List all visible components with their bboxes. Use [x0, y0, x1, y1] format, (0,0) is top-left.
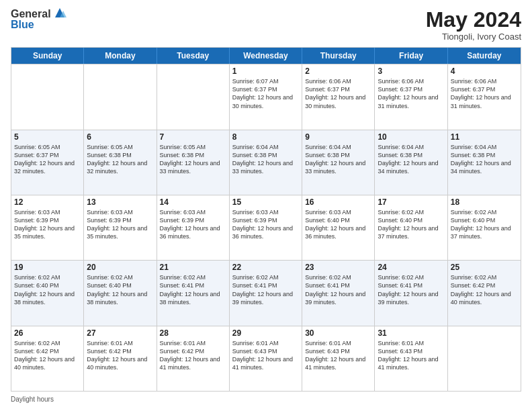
calendar-cell: 23Sunrise: 6:02 AM Sunset: 6:41 PM Dayli… — [302, 261, 375, 325]
day-number: 6 — [87, 132, 153, 142]
footer: Daylight hours — [11, 396, 521, 403]
cell-info: Sunrise: 6:01 AM Sunset: 6:43 PM Dayligh… — [232, 339, 299, 372]
cell-info: Sunrise: 6:01 AM Sunset: 6:43 PM Dayligh… — [378, 339, 444, 372]
calendar-cell — [84, 64, 157, 129]
logo-blue-text: Blue — [11, 19, 34, 31]
calendar-cell — [157, 64, 230, 129]
calendar-cell: 11Sunrise: 6:04 AM Sunset: 6:38 PM Dayli… — [448, 130, 521, 195]
day-number: 15 — [232, 197, 299, 207]
day-number: 11 — [451, 132, 518, 142]
cell-info: Sunrise: 6:06 AM Sunset: 6:37 PM Dayligh… — [378, 77, 444, 110]
cell-info: Sunrise: 6:03 AM Sunset: 6:39 PM Dayligh… — [14, 208, 81, 241]
day-number: 1 — [232, 66, 299, 76]
cell-info: Sunrise: 6:04 AM Sunset: 6:38 PM Dayligh… — [451, 143, 518, 176]
calendar-row-3: 12Sunrise: 6:03 AM Sunset: 6:39 PM Dayli… — [11, 195, 521, 260]
calendar: SundayMondayTuesdayWednesdayThursdayFrid… — [11, 47, 521, 392]
cell-info: Sunrise: 6:05 AM Sunset: 6:37 PM Dayligh… — [14, 143, 81, 176]
title-area: May 2024 Tiongoli, Ivory Coast — [426, 8, 521, 42]
day-number: 9 — [305, 132, 371, 142]
logo-general: General — [11, 8, 51, 19]
day-number: 13 — [87, 197, 153, 207]
calendar-header: SundayMondayTuesdayWednesdayThursdayFrid… — [11, 48, 521, 64]
weekday-header-thursday: Thursday — [302, 48, 375, 64]
weekday-header-friday: Friday — [375, 48, 447, 64]
cell-info: Sunrise: 6:03 AM Sunset: 6:39 PM Dayligh… — [232, 208, 299, 241]
day-number: 27 — [87, 328, 153, 338]
cell-info: Sunrise: 6:02 AM Sunset: 6:40 PM Dayligh… — [14, 273, 81, 306]
cell-info: Sunrise: 6:03 AM Sunset: 6:39 PM Dayligh… — [87, 208, 153, 241]
day-number: 26 — [14, 328, 81, 338]
cell-info: Sunrise: 6:02 AM Sunset: 6:40 PM Dayligh… — [87, 273, 153, 306]
calendar-cell: 15Sunrise: 6:03 AM Sunset: 6:39 PM Dayli… — [230, 195, 302, 260]
calendar-cell: 19Sunrise: 6:02 AM Sunset: 6:40 PM Dayli… — [11, 261, 84, 325]
day-number: 18 — [451, 197, 518, 207]
logo: General Blue — [11, 8, 67, 31]
day-number: 3 — [378, 66, 444, 76]
weekday-header-monday: Monday — [84, 48, 157, 64]
cell-info: Sunrise: 6:01 AM Sunset: 6:42 PM Dayligh… — [160, 339, 226, 372]
day-number: 29 — [232, 328, 299, 338]
calendar-cell: 2Sunrise: 6:06 AM Sunset: 6:37 PM Daylig… — [302, 64, 375, 129]
day-number: 31 — [378, 328, 444, 338]
month-year: May 2024 — [426, 8, 521, 32]
calendar-cell: 9Sunrise: 6:04 AM Sunset: 6:38 PM Daylig… — [302, 130, 375, 195]
day-number: 12 — [14, 197, 81, 207]
calendar-cell — [448, 326, 521, 391]
calendar-cell: 10Sunrise: 6:04 AM Sunset: 6:38 PM Dayli… — [375, 130, 447, 195]
calendar-cell: 29Sunrise: 6:01 AM Sunset: 6:43 PM Dayli… — [230, 326, 302, 391]
cell-info: Sunrise: 6:02 AM Sunset: 6:41 PM Dayligh… — [305, 273, 371, 306]
day-number: 2 — [305, 66, 371, 76]
calendar-cell: 7Sunrise: 6:05 AM Sunset: 6:38 PM Daylig… — [157, 130, 230, 195]
calendar-cell: 16Sunrise: 6:03 AM Sunset: 6:40 PM Dayli… — [302, 195, 375, 260]
location: Tiongoli, Ivory Coast — [426, 32, 521, 42]
cell-info: Sunrise: 6:06 AM Sunset: 6:37 PM Dayligh… — [305, 77, 371, 110]
day-number: 4 — [451, 66, 518, 76]
cell-info: Sunrise: 6:02 AM Sunset: 6:42 PM Dayligh… — [14, 339, 81, 372]
cell-info: Sunrise: 6:03 AM Sunset: 6:40 PM Dayligh… — [305, 208, 371, 241]
day-number: 20 — [87, 263, 153, 272]
day-number: 25 — [451, 263, 518, 272]
weekday-header-tuesday: Tuesday — [157, 48, 230, 64]
calendar-cell: 25Sunrise: 6:02 AM Sunset: 6:42 PM Dayli… — [448, 261, 521, 325]
day-number: 8 — [232, 132, 299, 142]
calendar-row-4: 19Sunrise: 6:02 AM Sunset: 6:40 PM Dayli… — [11, 260, 521, 325]
calendar-cell — [11, 64, 84, 129]
calendar-cell: 3Sunrise: 6:06 AM Sunset: 6:37 PM Daylig… — [375, 64, 447, 129]
cell-info: Sunrise: 6:01 AM Sunset: 6:42 PM Dayligh… — [87, 339, 153, 372]
cell-info: Sunrise: 6:04 AM Sunset: 6:38 PM Dayligh… — [378, 143, 444, 176]
cell-info: Sunrise: 6:05 AM Sunset: 6:38 PM Dayligh… — [160, 143, 226, 176]
calendar-body: 1Sunrise: 6:07 AM Sunset: 6:37 PM Daylig… — [11, 64, 521, 391]
calendar-cell: 21Sunrise: 6:02 AM Sunset: 6:41 PM Dayli… — [157, 261, 230, 325]
cell-info: Sunrise: 6:02 AM Sunset: 6:40 PM Dayligh… — [451, 208, 518, 241]
day-number: 21 — [160, 263, 226, 272]
calendar-cell: 14Sunrise: 6:03 AM Sunset: 6:39 PM Dayli… — [157, 195, 230, 260]
cell-info: Sunrise: 6:04 AM Sunset: 6:38 PM Dayligh… — [232, 143, 299, 176]
weekday-header-saturday: Saturday — [448, 48, 521, 64]
logo-icon — [52, 5, 67, 20]
cell-info: Sunrise: 6:05 AM Sunset: 6:38 PM Dayligh… — [87, 143, 153, 176]
day-number: 23 — [305, 263, 371, 272]
cell-info: Sunrise: 6:06 AM Sunset: 6:37 PM Dayligh… — [451, 77, 518, 110]
weekday-header-wednesday: Wednesday — [230, 48, 302, 64]
calendar-cell: 12Sunrise: 6:03 AM Sunset: 6:39 PM Dayli… — [11, 195, 84, 260]
day-number: 24 — [378, 263, 444, 272]
calendar-cell: 17Sunrise: 6:02 AM Sunset: 6:40 PM Dayli… — [375, 195, 447, 260]
calendar-cell: 28Sunrise: 6:01 AM Sunset: 6:42 PM Dayli… — [157, 326, 230, 391]
day-number: 7 — [160, 132, 226, 142]
day-number: 28 — [160, 328, 226, 338]
calendar-cell: 26Sunrise: 6:02 AM Sunset: 6:42 PM Dayli… — [11, 326, 84, 391]
cell-info: Sunrise: 6:02 AM Sunset: 6:41 PM Dayligh… — [232, 273, 299, 306]
day-number: 16 — [305, 197, 371, 207]
day-number: 17 — [378, 197, 444, 207]
cell-info: Sunrise: 6:07 AM Sunset: 6:37 PM Dayligh… — [232, 77, 299, 110]
weekday-header-sunday: Sunday — [11, 48, 84, 64]
day-number: 10 — [378, 132, 444, 142]
calendar-cell: 1Sunrise: 6:07 AM Sunset: 6:37 PM Daylig… — [230, 64, 302, 129]
day-number: 14 — [160, 197, 226, 207]
day-number: 5 — [14, 132, 81, 142]
day-number: 22 — [232, 263, 299, 272]
header: General Blue May 2024 Tiongoli, Ivory Co… — [11, 8, 521, 42]
calendar-row-5: 26Sunrise: 6:02 AM Sunset: 6:42 PM Dayli… — [11, 326, 521, 391]
page: General Blue May 2024 Tiongoli, Ivory Co… — [0, 0, 532, 411]
day-number: 30 — [305, 328, 371, 338]
